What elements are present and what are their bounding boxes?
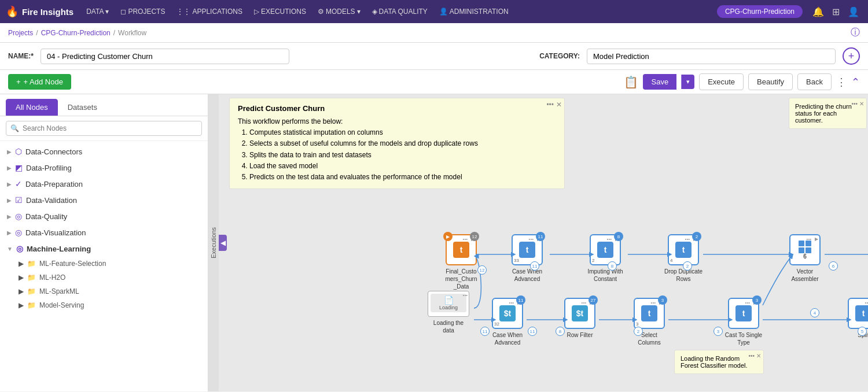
nav-executions[interactable]: ▷ EXECUTIONS: [249, 5, 311, 18]
arrow-left-icon: ◀: [220, 239, 226, 247]
node-label: Loading the data: [428, 319, 469, 334]
execute-button[interactable]: Execute: [699, 73, 744, 90]
node-play: •••: [745, 300, 750, 305]
nav-administration[interactable]: 👤 ADMINISTRATION: [435, 5, 513, 18]
desc-title: Predict Customer Churn: [238, 104, 556, 113]
notification-icon[interactable]: 🔔: [812, 6, 824, 17]
flame-icon: 🔥: [6, 5, 19, 18]
node-label: Drop Duplicate Rows: [663, 268, 704, 283]
sidebar-item-data-profiling[interactable]: ▶ ◩ Data-Profiling: [0, 160, 208, 176]
tab-all-nodes[interactable]: All Nodes: [6, 99, 58, 116]
desc-step-2: Selects a subset of useful columns for t…: [249, 138, 556, 149]
nav-dataquality[interactable]: ◈ DATA QUALITY: [367, 5, 432, 18]
node-label: Case When Advanced: [507, 268, 547, 283]
node-drop-dup-1[interactable]: ▶ ••• t 2 4 Drop Duplicate Rows: [663, 234, 704, 283]
nav-models[interactable]: ⚙ MODELS ▾: [313, 5, 365, 18]
cat-label: Data-Quality: [25, 212, 67, 221]
desc-step-4: Load the saved model: [249, 161, 556, 172]
sidebar-toggle-arrow[interactable]: ◀: [219, 235, 227, 251]
node-play: •••: [807, 236, 811, 242]
rf-box-dots[interactable]: •••: [748, 353, 755, 359]
sidebar-item-data-validation[interactable]: ▶ ☑ Data-Validation: [0, 192, 208, 208]
nav-data[interactable]: DATA ▾: [82, 5, 113, 18]
node-loading-data[interactable]: ••• 📄 Loading Loading the data: [428, 291, 469, 334]
node-row-filter[interactable]: ▶ ••• $t 27 Row Filter: [560, 298, 600, 339]
chevron-right-icon: ▶: [19, 260, 24, 268]
node-badge-num: 12: [470, 232, 479, 241]
sidebar-items: ▶ ⬡ Data-Connectors ▶ ◩ Data-Profiling ▶…: [0, 141, 208, 391]
rf-box-close[interactable]: ✕: [756, 353, 761, 359]
canvas-area: Executions ◀ ••• ✕ Predict Customer Chur…: [208, 94, 868, 391]
help-icon[interactable]: ⓘ: [851, 27, 860, 39]
sidebar-item-model-serving[interactable]: ▶ 📁 Model-Serving: [0, 298, 208, 312]
churn-box-close[interactable]: ✕: [859, 101, 864, 107]
node-badge-num: 3: [752, 295, 762, 305]
arrow-badge: 4: [810, 308, 819, 317]
sidebar-item-data-preparation[interactable]: ▶ ✓ Data-Preparation: [0, 176, 208, 192]
churn-box-dots[interactable]: •••: [851, 101, 858, 107]
cat-label: Data-Preparation: [25, 180, 83, 188]
sidebar-item-machine-learning[interactable]: ▼ ◎ Machine-Learning: [0, 241, 208, 257]
cat-label: Machine-Learning: [27, 245, 91, 253]
node-case-when-2[interactable]: ▶ ••• $t 11 32 Case When Advanced: [487, 298, 528, 346]
arrow-badge: 12: [477, 265, 487, 275]
node-play: •••: [529, 236, 534, 242]
search-input[interactable]: [6, 121, 202, 136]
rf-model-box: ••• ✕ Loading the Random Forest Classifi…: [674, 350, 764, 374]
node-play: •••: [582, 300, 586, 305]
breadcrumb-project[interactable]: CPG-Churn-Prediction: [41, 29, 111, 37]
executions-panel-tab[interactable]: Executions: [208, 94, 219, 391]
back-button[interactable]: Back: [797, 73, 832, 90]
add-category-button[interactable]: +: [843, 47, 860, 65]
models-icon: ⚙: [318, 8, 324, 16]
node-play: •••: [463, 236, 468, 242]
sidebar-item-data-connectors[interactable]: ▶ ⬡ Data-Connectors: [0, 143, 208, 160]
folder-icon: 📁: [27, 260, 36, 268]
more-options-button[interactable]: ⋮: [836, 76, 847, 88]
save-button[interactable]: Save: [643, 74, 676, 90]
node-cast-single-type[interactable]: ▶ ••• t 3 Cast To Single Type: [723, 298, 764, 346]
sidebar-item-ml-h2o[interactable]: ▶ 📁 ML-H2O: [0, 271, 208, 284]
clipboard-icon[interactable]: 📋: [624, 75, 638, 89]
node-final-customers[interactable]: ▶ ••• t 12 ▶ Final_Custo mers_Churn _Dat…: [441, 234, 481, 290]
node-num: 4: [670, 258, 672, 263]
ml-icon: ◎: [16, 244, 23, 253]
node-icon: t: [597, 242, 613, 258]
name-input[interactable]: [41, 49, 289, 64]
desc-box-dots[interactable]: •••: [546, 101, 554, 109]
node-badge-num: 11: [516, 295, 525, 305]
project-badge[interactable]: CPG-Churn-Prediction: [717, 5, 803, 18]
node-badge-num: 6: [803, 253, 807, 260]
grid-icon[interactable]: ⊞: [832, 6, 840, 17]
form-row: NAME:* CATEGORY: +: [0, 43, 868, 70]
loading-dots: •••: [463, 293, 468, 298]
node-vector-assembler[interactable]: ▶ ••• 6 Vector Assembler: [785, 234, 825, 283]
desc-box-close[interactable]: ✕: [556, 101, 562, 109]
node-num: 33: [514, 258, 519, 263]
sidebar-item-ml-feature-selection[interactable]: ▶ 📁 ML-Feature-Selection: [0, 257, 208, 271]
loading-inner-box: 📄 Loading: [431, 294, 466, 312]
sidebar-item-data-visualization[interactable]: ▶ ◎ Data-Visualization: [0, 224, 208, 241]
nav-applications[interactable]: ⋮⋮ APPLICATIONS: [172, 5, 247, 18]
node-icon: t: [855, 305, 868, 321]
app-logo[interactable]: 🔥 Fire Insights: [6, 5, 73, 18]
nav-projects[interactable]: ◻ PROJECTS: [116, 5, 170, 18]
category-input[interactable]: [587, 49, 836, 64]
node-case-when-1[interactable]: ▶ ••• t 11 33 Case When Advanced: [507, 234, 547, 283]
node-icon: t: [519, 242, 535, 258]
sidebar-item-data-quality[interactable]: ▶ ◎ Data-Quality: [0, 208, 208, 224]
node-select-columns[interactable]: ▶ ••• t 3 3 Select Columns: [629, 298, 670, 346]
save-dropdown-button[interactable]: ▾: [681, 75, 694, 89]
user-icon[interactable]: 👤: [848, 6, 859, 17]
sidebar-item-ml-sparkml[interactable]: ▶ 📁 ML-SparkML: [0, 284, 208, 298]
desc-intro: This workflow performs the below:: [238, 117, 343, 125]
add-node-button[interactable]: + + Add Node: [8, 74, 71, 90]
dq-icon: ◈: [372, 8, 377, 16]
breadcrumb-projects[interactable]: Projects: [8, 29, 33, 37]
node-imputing[interactable]: ▶ ••• t 8 2 Imputing With Constant: [585, 234, 626, 283]
app-name: Fire Insights: [22, 7, 73, 17]
beautify-button[interactable]: Beautify: [748, 73, 793, 90]
tab-datasets[interactable]: Datasets: [58, 99, 107, 116]
node-badge-num: 27: [589, 295, 598, 305]
collapse-button[interactable]: ⌃: [851, 76, 860, 88]
